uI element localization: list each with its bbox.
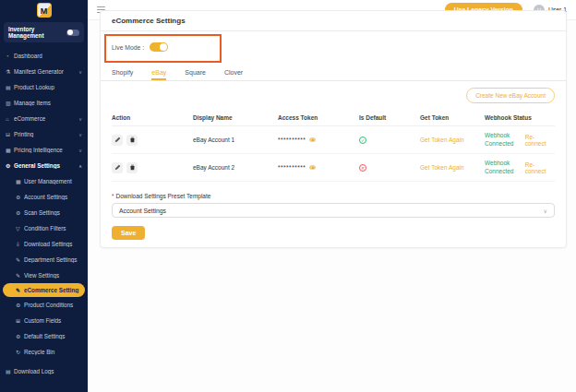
sidebar-item-label: User Management	[24, 178, 82, 184]
pencil-icon: ✎	[16, 272, 24, 279]
gear-icon: ⚙	[16, 302, 24, 308]
sidebar-item-product-conditions[interactable]: ⚙ Product Conditions	[0, 297, 88, 313]
tab-clover[interactable]: Clover	[224, 65, 243, 80]
sidebar-item-label: Download Settings	[24, 241, 82, 247]
sidebar-item-label: Product Lookup	[14, 84, 82, 90]
sidebar-item-user-management[interactable]: ▦ User Management	[0, 173, 88, 189]
edit-button[interactable]	[112, 135, 123, 146]
sidebar-item-label: General Settings	[14, 162, 78, 169]
eye-icon[interactable]	[309, 165, 316, 170]
chevron-down-icon: ∨	[78, 148, 82, 153]
toggle-knob	[160, 43, 167, 51]
tab-square[interactable]: Square	[185, 65, 206, 80]
sidebar-item-label: Department Settings	[24, 256, 82, 263]
sidebar-item-label: Condition Filters	[24, 225, 82, 232]
sidebar-item-download-settings[interactable]: ⇩ Download Settings	[0, 236, 88, 252]
is-default-cross-icon: ✕	[359, 164, 366, 172]
app-logo: M	[37, 3, 52, 18]
col-get-token: Get Token	[420, 114, 485, 121]
chevron-up-icon: ∧	[78, 163, 82, 169]
sidebar-item-label: Default Settings	[24, 333, 82, 339]
sidebar-item-label: View Settings	[24, 272, 82, 279]
sidebar-item-ecommerce-settings[interactable]: ✎ eCommerce Settings	[3, 283, 85, 297]
col-is-default: Is Default	[359, 114, 420, 121]
gear-icon: ⚙	[16, 209, 24, 216]
reconnect-link[interactable]: Re-connect	[525, 161, 553, 174]
preset-template-label: Download Settings Preset Template	[116, 193, 211, 199]
access-token-masked: **********	[278, 137, 306, 143]
sidebar-item-view-settings[interactable]: ✎ View Settings	[0, 267, 88, 283]
download-logs-icon: ▤	[6, 368, 14, 374]
sidebar-item-custom-fields[interactable]: ⊞ Custom Fields	[0, 313, 88, 328]
get-token-again-link[interactable]: Get Token Again	[420, 164, 485, 171]
table-header-row: Action Display Name Access Token Is Defa…	[112, 109, 555, 126]
sidebar-item-account-settings[interactable]: ⚙ Account Settings	[0, 189, 88, 205]
sidebar-item-label: Printing	[14, 131, 78, 137]
gear-icon: ⚙	[16, 333, 24, 339]
toggle-knob	[67, 30, 73, 35]
sidebar-item-department-settings[interactable]: ✎ Department Settings	[0, 252, 88, 267]
tab-shopify[interactable]: Shopify	[112, 65, 133, 80]
sidebar-item-label: Product Conditions	[24, 302, 82, 308]
get-token-again-link[interactable]: Get Token Again	[420, 137, 485, 143]
chevron-down-icon: ∨	[78, 69, 82, 75]
manage-items-icon: ▥	[6, 100, 14, 106]
download-icon: ⇩	[16, 241, 24, 247]
sidebar-item-download-logs[interactable]: ▤ Download Logs	[0, 363, 88, 379]
sidebar-app-title: Inventory Management	[4, 22, 84, 42]
sidebar-item-label: Account Settings	[24, 194, 82, 200]
sidebar-item-label: eCommerce	[14, 115, 78, 122]
sidebar-item-ecommerce[interactable]: ⌂ eCommerce ∨	[0, 111, 88, 126]
sidebar-item-manage-items[interactable]: ▥ Manage Items	[0, 95, 88, 111]
is-default-check-icon: ✓	[359, 137, 366, 144]
sidebar-item-pricing-intelligence[interactable]: ▦ Pricing Intelligence ∨	[0, 142, 88, 158]
col-webhook-status: Webhook Status	[485, 114, 555, 121]
pricing-intelligence-icon: ▦	[6, 147, 14, 153]
ecommerce-icon: ⌂	[6, 116, 14, 122]
chevron-down-icon: ∨	[78, 116, 82, 122]
platform-tabs: Shopify eBay Square Clover	[101, 65, 566, 81]
live-mode-toggle[interactable]	[150, 42, 168, 52]
live-mode-section: Live Mode :	[101, 31, 566, 65]
sidebar-item-dashboard[interactable]: ◔ Dashboard	[0, 48, 88, 64]
sidebar-item-condition-filters[interactable]: ▽ Condition Filters	[0, 220, 88, 236]
sidebar-item-label: Custom Fields	[24, 317, 82, 324]
pencil-icon	[114, 164, 121, 171]
trash-icon	[129, 164, 136, 171]
chevron-down-icon: ∨	[78, 132, 82, 137]
preset-template-select[interactable]: Account Settings ∨	[112, 203, 555, 218]
sidebar-item-product-lookup[interactable]: ▤ Product Lookup	[0, 79, 88, 95]
display-name-cell: eBay Account 1	[193, 137, 278, 143]
edit-button[interactable]	[112, 162, 123, 173]
tab-ebay[interactable]: eBay	[151, 65, 166, 80]
eye-icon[interactable]	[309, 137, 316, 142]
col-access-token: Access Token	[278, 114, 359, 121]
sidebar-item-label: Manifest Generator	[14, 68, 78, 75]
sidebar-item-label: eCommerce Settings	[24, 287, 79, 293]
webhook-status-text: Webhook Connected	[485, 160, 525, 174]
reconnect-link[interactable]: Re-connect	[525, 134, 553, 147]
ecommerce-settings-card: eCommerce Settings Live Mode : Shopify e…	[100, 10, 567, 248]
sidebar-item-general-settings[interactable]: ⚙ General Settings ∧	[0, 158, 88, 173]
sidebar-item-printing[interactable]: ⊟ Printing ∨	[0, 126, 88, 142]
ebay-accounts-table: Action Display Name Access Token Is Defa…	[112, 109, 555, 182]
sidebar-item-label: Recycle Bin	[24, 349, 82, 355]
access-token-masked: **********	[278, 164, 306, 171]
sidebar-collapse-toggle[interactable]	[66, 30, 79, 36]
gear-icon: ⚙	[6, 162, 14, 169]
filter-icon: ▽	[16, 225, 24, 232]
sidebar-item-recycle-bin[interactable]: ↻ Recycle Bin	[0, 344, 88, 360]
table-row: eBay Account 1 ********** ✓ Get Token Ag…	[112, 126, 555, 154]
sidebar-item-scan-settings[interactable]: ⚙ Scan Settings	[0, 205, 88, 220]
pencil-icon: ✎	[16, 256, 24, 263]
sidebar-item-manifest-generator[interactable]: ⚗ Manifest Generator ∨	[0, 64, 88, 79]
delete-button[interactable]	[126, 135, 138, 146]
table-row: eBay Account 2 ********** ✕ Get Token Ag…	[112, 154, 555, 182]
sidebar-item-default-settings[interactable]: ⚙ Default Settings	[0, 328, 88, 344]
product-lookup-icon: ▤	[6, 84, 14, 90]
create-new-ebay-account-button[interactable]: Create New eBay Account	[466, 88, 555, 103]
save-button[interactable]: Save	[112, 226, 145, 240]
delete-button[interactable]	[126, 162, 138, 173]
pencil-icon	[114, 137, 121, 143]
page-title: eCommerce Settings	[101, 11, 566, 31]
